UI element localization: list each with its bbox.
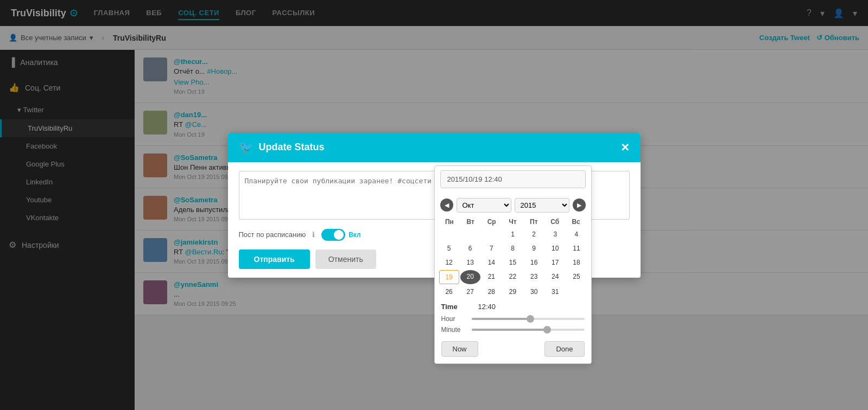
submit-button[interactable]: Отправить [239, 249, 310, 269]
prev-month-button[interactable]: ◀ [440, 198, 453, 212]
modal-overlay: 🐦 Update Status ✕ Пост по расписанию ℹ В… [0, 0, 868, 410]
cal-day-7[interactable]: 7 [481, 242, 502, 255]
cal-day-25[interactable]: 25 [566, 270, 586, 284]
cal-day-5[interactable]: 5 [439, 242, 459, 255]
month-select[interactable]: ЯнвФевМарАпр МайИюнИюлАвг СенОктНояДек [457, 198, 511, 213]
cal-day-26[interactable]: 26 [439, 285, 459, 298]
cal-day-21[interactable]: 21 [481, 270, 502, 284]
hour-fill [472, 318, 530, 320]
cal-day-15[interactable]: 15 [503, 256, 523, 269]
now-button[interactable]: Now [441, 341, 478, 357]
minute-slider-row: Minute [441, 326, 585, 334]
cal-day-14[interactable]: 14 [481, 256, 502, 269]
toggle-label: Вкл [349, 231, 360, 239]
cal-day-13[interactable]: 13 [460, 256, 480, 269]
day-header-wed: Ср [481, 218, 502, 226]
calendar-footer: Now Done [435, 337, 591, 357]
cal-day-1[interactable]: 1 [503, 228, 523, 241]
minute-label: Minute [441, 326, 468, 334]
day-header-sun: Вс [566, 218, 587, 226]
cal-day-9[interactable]: 9 [524, 242, 544, 255]
done-button[interactable]: Done [544, 341, 584, 357]
calendar-grid: Пн Вт Ср Чт Пт Сб Вс 1 2 3 4 5 [435, 216, 591, 298]
cal-day-empty [566, 285, 586, 298]
day-header-tue: Вт [460, 218, 481, 226]
schedule-toggle[interactable] [321, 229, 345, 241]
cal-day-16[interactable]: 16 [524, 256, 544, 269]
time-row: Time 12:40 [441, 303, 585, 311]
day-header-sat: Сб [544, 218, 566, 226]
cal-day-22[interactable]: 22 [503, 270, 523, 284]
twitter-bird-icon: 🐦 [239, 140, 254, 155]
cal-day-27[interactable]: 27 [460, 285, 480, 298]
time-value: 12:40 [478, 303, 496, 311]
calendar-days: 1 2 3 4 5 6 7 8 9 10 11 12 13 14 15 16 1 [439, 228, 587, 298]
cal-day-12[interactable]: 12 [439, 256, 459, 269]
time-section: Time 12:40 Hour Minute [435, 298, 591, 334]
day-header-fri: Пт [523, 218, 544, 226]
next-month-button[interactable]: ▶ [573, 198, 586, 212]
minute-slider[interactable] [472, 329, 585, 331]
date-input[interactable] [440, 170, 586, 188]
hour-slider-row: Hour [441, 315, 585, 323]
cal-day-28[interactable]: 28 [481, 285, 502, 298]
cal-day-29[interactable]: 29 [503, 285, 523, 298]
hour-label: Hour [441, 315, 468, 323]
minute-thumb[interactable] [543, 326, 551, 334]
cal-day-10[interactable]: 10 [545, 242, 565, 255]
cal-day-17[interactable]: 17 [545, 256, 565, 269]
cal-day-8[interactable]: 8 [503, 242, 523, 255]
cal-day-11[interactable]: 11 [566, 242, 586, 255]
cal-day-23[interactable]: 23 [524, 270, 544, 284]
cal-day-20[interactable]: 20 [460, 270, 480, 284]
hour-thumb[interactable] [527, 315, 534, 323]
time-label: Time [441, 303, 474, 311]
modal-title: Update Status [259, 142, 325, 153]
cal-day-18[interactable]: 18 [566, 256, 586, 269]
modal-header: 🐦 Update Status ✕ [228, 133, 641, 162]
minute-fill [472, 329, 547, 331]
cancel-button[interactable]: Отменить [315, 249, 376, 269]
cal-day-4[interactable]: 4 [566, 228, 586, 241]
hour-slider[interactable] [472, 318, 585, 320]
cal-day-30[interactable]: 30 [524, 285, 544, 298]
cal-day-empty [481, 228, 502, 241]
cal-day-31[interactable]: 31 [545, 285, 565, 298]
toggle-container: Вкл [321, 229, 360, 241]
toggle-knob [334, 230, 344, 240]
close-icon[interactable]: ✕ [620, 141, 630, 154]
cal-day-empty [439, 228, 459, 241]
year-select[interactable]: 20152016 [515, 198, 569, 213]
cal-day-19[interactable]: 19 [439, 270, 459, 284]
day-header-mon: Пн [439, 218, 460, 226]
schedule-label: Пост по расписанию [239, 230, 306, 239]
info-icon[interactable]: ℹ [312, 230, 315, 239]
cal-day-24[interactable]: 24 [545, 270, 565, 284]
cal-day-2[interactable]: 2 [524, 228, 544, 241]
update-status-modal: 🐦 Update Status ✕ Пост по расписанию ℹ В… [228, 133, 641, 278]
day-headers: Пн Вт Ср Чт Пт Сб Вс [439, 216, 587, 228]
calendar-header: ◀ ЯнвФевМарАпр МайИюнИюлАвг СенОктНояДек… [435, 195, 591, 216]
calendar-popup: ◀ ЯнвФевМарАпр МайИюнИюлАвг СенОктНояДек… [434, 165, 592, 364]
cal-day-3[interactable]: 3 [545, 228, 565, 241]
cal-day-empty [460, 228, 480, 241]
cal-day-6[interactable]: 6 [460, 242, 480, 255]
day-header-thu: Чт [502, 218, 523, 226]
